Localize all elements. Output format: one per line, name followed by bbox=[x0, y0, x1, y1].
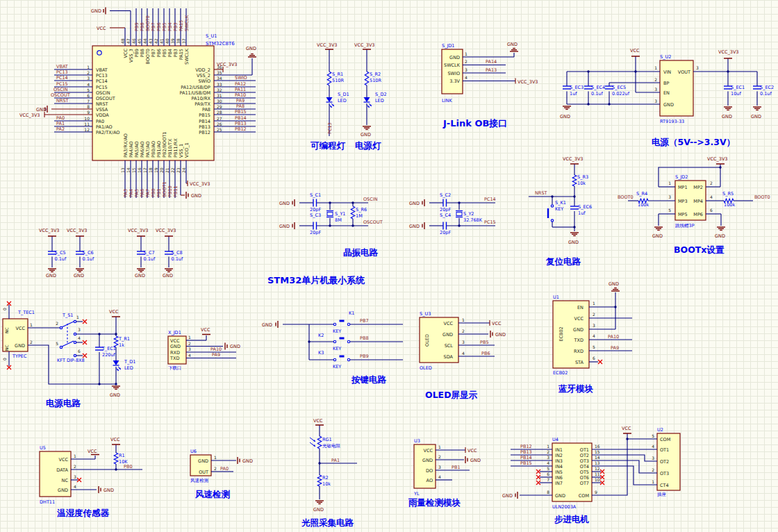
label: LED bbox=[375, 98, 384, 103]
label: 光敏电阻 bbox=[322, 443, 341, 449]
label: PA9/TX bbox=[194, 101, 210, 107]
label: 7 bbox=[87, 99, 90, 103]
label: 23 bbox=[176, 167, 181, 173]
label: OSCIN bbox=[96, 90, 110, 96]
label: 1 bbox=[188, 335, 191, 340]
wire-junction bbox=[329, 201, 331, 203]
label: T_R1 bbox=[118, 336, 130, 342]
label: GND bbox=[470, 458, 481, 463]
label: GND bbox=[36, 107, 47, 113]
section-title: 雨量检测模块 bbox=[408, 497, 461, 508]
label: PB8 bbox=[140, 49, 145, 58]
label: 3 bbox=[696, 65, 699, 70]
label: 1 bbox=[30, 322, 33, 327]
label: GND bbox=[313, 507, 324, 513]
label: PA0 bbox=[220, 466, 229, 472]
label: PB2/BOOT1 bbox=[162, 132, 167, 158]
label: 11 bbox=[84, 122, 90, 126]
label: 2 bbox=[652, 467, 654, 472]
label: 16 bbox=[137, 167, 142, 173]
label: S_EC5 bbox=[612, 85, 626, 90]
label: 2 bbox=[654, 77, 657, 82]
label: OSCIN bbox=[363, 197, 378, 202]
label: PB7 bbox=[360, 318, 369, 324]
label: S_C2 bbox=[440, 192, 451, 198]
section-title: J-Link OB接口 bbox=[442, 118, 507, 128]
label: PB9 bbox=[360, 354, 369, 359]
label: OSCOUT bbox=[51, 92, 70, 98]
label: PA3 bbox=[123, 189, 129, 197]
label: 0.1uf bbox=[55, 256, 67, 262]
label: VCC bbox=[58, 457, 68, 463]
schematic-canvas: VBATPC13PC14PC15OSCINOSCOUTNRSTVSSAVDDAP… bbox=[0, 0, 778, 532]
label: SWCLK bbox=[184, 48, 190, 65]
label: 19 bbox=[154, 167, 158, 173]
label: PB5 bbox=[162, 49, 167, 58]
label: PC14 bbox=[96, 78, 108, 84]
label: PA4/AO bbox=[129, 141, 134, 158]
label: 3 bbox=[654, 87, 657, 92]
designator: S_U3 bbox=[420, 311, 431, 317]
label: PA0 bbox=[56, 115, 65, 121]
label: PC13 bbox=[96, 73, 108, 78]
label: PB9 bbox=[134, 22, 140, 31]
label: DATA bbox=[56, 467, 68, 473]
label: BOOT0 bbox=[618, 194, 634, 200]
label: PB6 bbox=[156, 49, 162, 58]
label: VCC bbox=[88, 449, 97, 454]
label: S_C4 bbox=[440, 213, 451, 218]
label: GND bbox=[609, 281, 619, 287]
label: PA1 bbox=[56, 121, 65, 126]
label: 4 bbox=[593, 333, 595, 338]
label: PA15 bbox=[179, 49, 184, 60]
label: GND bbox=[246, 46, 256, 51]
label: GND bbox=[663, 102, 674, 108]
label: PB8 bbox=[360, 335, 369, 341]
label: 0.1uf bbox=[83, 256, 94, 262]
label: 510R bbox=[370, 78, 381, 83]
label: 1 bbox=[74, 454, 76, 458]
label: PA7 bbox=[145, 189, 151, 197]
label: GND bbox=[715, 233, 725, 239]
label: 100k bbox=[638, 202, 649, 208]
designator: X_JD1 bbox=[168, 330, 181, 335]
label: S_R3 bbox=[577, 174, 588, 180]
label: VCC_3V3 bbox=[19, 113, 40, 118]
label: 4 bbox=[87, 82, 90, 87]
label: VCC bbox=[123, 49, 129, 58]
part-number: ECB02 bbox=[553, 370, 568, 376]
label: PC13 bbox=[327, 122, 333, 134]
label: 12 bbox=[84, 127, 90, 132]
label: S_R2 bbox=[370, 72, 381, 77]
label: 1 bbox=[438, 444, 441, 449]
label: 2 bbox=[56, 321, 58, 326]
label: 0 bbox=[2, 358, 7, 360]
label: 220uf bbox=[102, 352, 116, 358]
label: IN1 bbox=[555, 447, 563, 453]
wire-junction bbox=[458, 224, 460, 226]
wire-junction bbox=[626, 438, 628, 440]
label: PA12/USB/DP bbox=[181, 85, 210, 90]
label: PB6 bbox=[156, 22, 162, 31]
label: PB13 bbox=[199, 124, 210, 130]
label: 37 bbox=[181, 38, 186, 44]
label: 6 bbox=[78, 349, 81, 354]
label: PB14 bbox=[235, 115, 247, 121]
wire-junction bbox=[318, 462, 320, 464]
label: 2 bbox=[188, 341, 191, 346]
label: OT2 bbox=[580, 453, 589, 458]
label: PC15 bbox=[96, 85, 108, 90]
label: GND bbox=[507, 42, 518, 47]
label: NC bbox=[62, 478, 69, 483]
wire-junction bbox=[98, 333, 100, 335]
label: PA0 bbox=[96, 119, 104, 124]
section-title: 电源电路 bbox=[46, 398, 81, 408]
label: VCC_3V3 bbox=[707, 156, 728, 162]
label: 0.1uf bbox=[172, 256, 183, 262]
label: PC14 bbox=[56, 75, 68, 81]
designator: K1 bbox=[349, 310, 354, 316]
label: 28 bbox=[217, 110, 222, 115]
label: NC bbox=[4, 344, 9, 351]
label: PC15 bbox=[56, 81, 68, 87]
label: PB14 bbox=[199, 119, 210, 124]
